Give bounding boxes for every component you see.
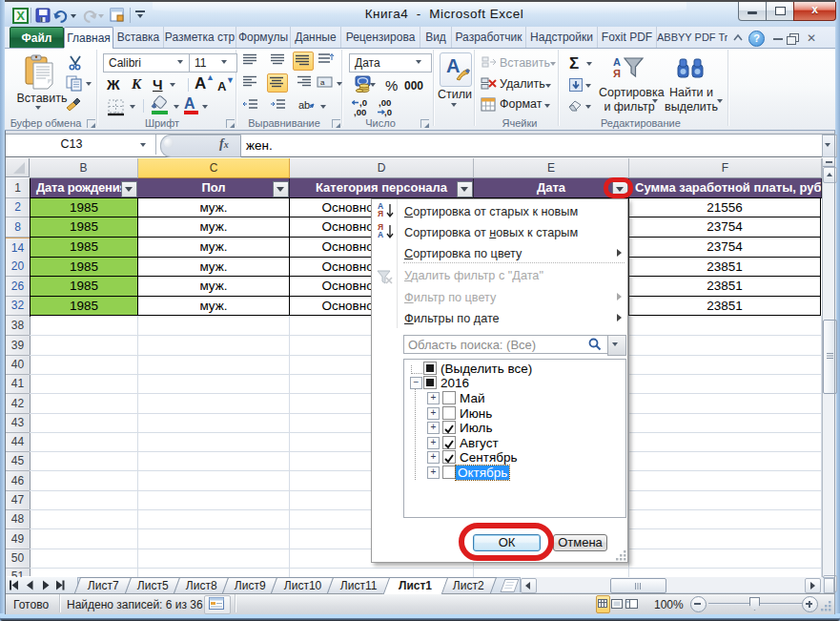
svg-text:a: a: [320, 78, 325, 87]
svg-text:,0: ,0: [384, 107, 392, 117]
svg-text:ab: ab: [298, 99, 310, 111]
svg-text:,00: ,00: [354, 107, 366, 117]
